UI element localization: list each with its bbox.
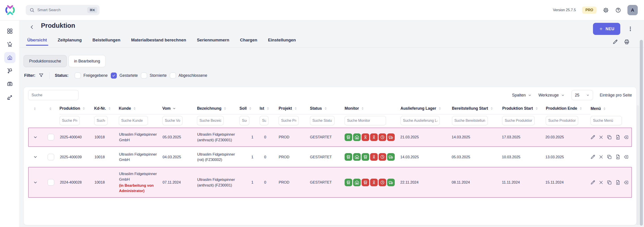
row-expand-icon[interactable] <box>33 180 38 185</box>
row-edit-button[interactable] <box>590 134 596 140</box>
row-add-button[interactable] <box>624 134 629 140</box>
filter-auslieferung-input[interactable] <box>400 116 440 125</box>
tab-übersicht[interactable]: Übersicht <box>26 37 48 46</box>
row-add-button[interactable] <box>624 180 629 185</box>
page-size-select[interactable]: 25 <box>572 90 593 100</box>
monitor-badge-green[interactable] <box>344 134 352 141</box>
filter-ist-input[interactable] <box>260 116 268 125</box>
sort-icon[interactable] <box>33 107 37 110</box>
filter-kdnr-input[interactable] <box>94 116 108 125</box>
filter-prod_ende-input[interactable] <box>546 116 578 125</box>
sidebar-item-production[interactable] <box>4 52 16 63</box>
tab-materialbestand-berechnen[interactable]: Materialbestand berechnen <box>130 37 188 46</box>
row-edit-button[interactable] <box>590 154 596 160</box>
tab-einstellungen[interactable]: Einstellungen <box>267 37 298 46</box>
checkbox-checked[interactable] <box>111 72 117 78</box>
more-menu-icon[interactable] <box>628 26 633 32</box>
help-icon[interactable] <box>615 7 621 13</box>
status-checkbox-freigegebene[interactable]: Freigegebene <box>75 72 108 78</box>
row-checkbox[interactable] <box>48 154 54 160</box>
monitor-badge-green[interactable] <box>353 153 361 161</box>
monitor-badge-red[interactable] <box>378 134 386 141</box>
row-delete-button[interactable] <box>598 180 604 185</box>
row-copy-button[interactable] <box>607 180 612 185</box>
row-edit-button[interactable] <box>590 180 596 185</box>
sort-icon[interactable] <box>133 106 136 110</box>
app-logo[interactable] <box>4 4 16 16</box>
settings-gear-icon[interactable] <box>603 7 609 13</box>
monitor-badge-green[interactable] <box>353 134 361 141</box>
row-copy-button[interactable] <box>607 154 612 160</box>
row-delete-button[interactable] <box>598 134 604 140</box>
table-row-highlighted[interactable]: 2025-40004010018Ultraslim Fidgetspinner … <box>28 128 632 147</box>
filter-status-input[interactable] <box>310 116 334 125</box>
sort-icon[interactable] <box>223 106 227 110</box>
row-delete-button[interactable] <box>598 154 604 160</box>
sort-icon[interactable] <box>108 106 112 110</box>
monitor-badge-green[interactable] <box>387 179 395 186</box>
checkbox-unchecked[interactable] <box>75 72 81 78</box>
produktionssuche-button[interactable]: Produktionssuche <box>24 55 67 67</box>
monitor-badge-red[interactable] <box>370 179 378 186</box>
sort-icon[interactable] <box>535 106 538 110</box>
sort-icon[interactable] <box>82 106 86 110</box>
row-checkbox[interactable] <box>48 134 54 140</box>
filter-kunde-input[interactable] <box>119 116 148 125</box>
sort-icon[interactable] <box>266 106 270 110</box>
monitor-badge-red[interactable] <box>387 134 395 141</box>
checkbox-unchecked[interactable] <box>170 72 176 78</box>
monitor-badge-green[interactable] <box>362 153 369 161</box>
row-expand-icon[interactable] <box>33 135 38 140</box>
monitor-badge-green[interactable] <box>344 179 352 186</box>
monitor-badge-red[interactable] <box>370 134 378 141</box>
tab-seriennummern[interactable]: Seriennummern <box>196 37 231 46</box>
sort-icon[interactable] <box>48 107 52 110</box>
row-copy-button[interactable] <box>607 134 612 140</box>
status-checkbox-abgeschlossene[interactable]: Abgeschlossene <box>170 72 207 78</box>
filter-produktion-input[interactable] <box>60 116 80 125</box>
monitor-badge-green[interactable] <box>344 153 352 161</box>
columns-dropdown[interactable]: Spalten <box>512 93 532 98</box>
smart-search[interactable]: Smart Search ⌘K <box>26 5 100 15</box>
filter-bereitstellung-input[interactable] <box>452 116 488 125</box>
filter-menu-input[interactable] <box>590 116 622 125</box>
tools-dropdown[interactable]: Werkzeuge <box>538 93 565 98</box>
row-expand-icon[interactable] <box>33 154 38 160</box>
sort-icon[interactable] <box>579 106 583 110</box>
row-pdf-button[interactable] <box>615 154 620 160</box>
page-scrollbar[interactable] <box>640 40 643 226</box>
table-search-input[interactable] <box>28 90 78 100</box>
sort-icon[interactable] <box>294 106 298 110</box>
table-row-highlighted[interactable]: 2024-40002810018Ultraslim Fidgetspinner … <box>28 167 632 198</box>
user-avatar[interactable]: A <box>628 5 638 15</box>
row-add-button[interactable] <box>624 154 629 160</box>
monitor-badge-red[interactable] <box>370 153 378 161</box>
in-bearbeitung-button[interactable]: in Bearbeitung <box>68 55 106 67</box>
sidebar-item-finance[interactable] <box>4 78 16 90</box>
sort-icon[interactable] <box>438 106 442 110</box>
row-pdf-button[interactable] <box>615 180 620 185</box>
sort-icon[interactable] <box>602 107 606 110</box>
sort-icon[interactable] <box>324 106 328 110</box>
back-chevron-icon[interactable] <box>29 24 35 30</box>
tab-zeitplanung[interactable]: Zeitplanung <box>56 37 83 46</box>
sidebar-item-statistics[interactable] <box>4 92 16 103</box>
print-icon[interactable] <box>624 39 630 45</box>
row-pdf-button[interactable] <box>615 134 620 140</box>
table-row[interactable]: 2025-40003910018Ultraslim Fidgetspinner … <box>28 148 632 166</box>
neu-button[interactable]: NEU <box>593 23 620 35</box>
filter-projekt-input[interactable] <box>278 116 299 125</box>
sidebar-item-dashboard[interactable] <box>4 26 16 37</box>
sidebar-item-logistics[interactable] <box>4 65 16 76</box>
tab-chargen[interactable]: Chargen <box>239 37 259 46</box>
sort-icon[interactable] <box>248 106 252 110</box>
tab-beistellungen[interactable]: Beistellungen <box>91 37 122 46</box>
row-checkbox[interactable] <box>48 179 54 186</box>
funnel-icon[interactable] <box>38 73 44 78</box>
sort-icon[interactable] <box>361 106 364 110</box>
sidebar-item-sales[interactable] <box>4 39 16 50</box>
chevron-down-icon[interactable] <box>172 106 176 110</box>
monitor-badge-red[interactable] <box>362 179 369 186</box>
filter-monitor-input[interactable] <box>344 116 386 125</box>
edit-view-icon[interactable] <box>612 39 618 45</box>
